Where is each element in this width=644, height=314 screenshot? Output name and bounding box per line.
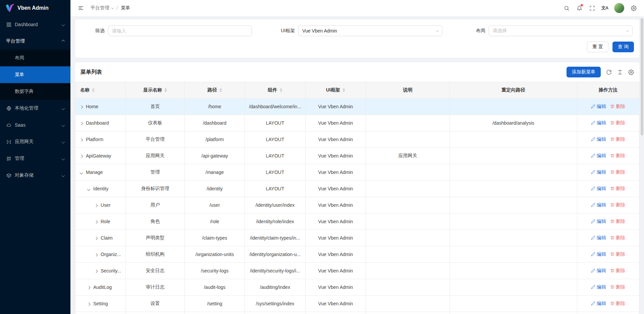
- col-header-name[interactable]: 名称: [75, 82, 126, 99]
- menu-fold-icon[interactable]: [75, 2, 87, 14]
- edit-link[interactable]: 编辑: [591, 120, 606, 126]
- chevron-down-icon: [62, 107, 65, 110]
- delete-link[interactable]: 删除: [610, 104, 625, 110]
- col-header-display-name[interactable]: 显示名称: [126, 82, 185, 99]
- row-height-icon[interactable]: [617, 69, 623, 75]
- edit-link[interactable]: 编辑: [591, 186, 606, 192]
- edit-link[interactable]: 编辑: [591, 153, 606, 159]
- cell-name: User: [75, 197, 126, 213]
- edit-link[interactable]: 编辑: [591, 301, 606, 307]
- notification-bell-icon[interactable]: [574, 2, 585, 14]
- collapse-row-icon[interactable]: [80, 170, 83, 175]
- table-row[interactable]: AuditLog 审计日志/audit-logs/auditing/indexV…: [75, 279, 639, 296]
- sidebar-item-saas[interactable]: Saas: [0, 117, 70, 133]
- expand-row-icon[interactable]: [80, 120, 83, 126]
- delete-link[interactable]: 删除: [610, 251, 625, 257]
- logo[interactable]: Vben Admin: [0, 0, 70, 16]
- sort-icon[interactable]: [92, 88, 95, 92]
- sidebar-item-dashboard[interactable]: Dashboard: [0, 16, 70, 33]
- table-row[interactable]: Security... 安全日志/security-logs/identity/…: [75, 263, 639, 279]
- table-row[interactable]: User 用户/user/identity/user/indexVue Vben…: [75, 197, 639, 213]
- sidebar-item-data-dictionary[interactable]: 数据字典: [0, 83, 70, 100]
- table-row[interactable]: Setting 设置/setting/sys/settings/indexVue…: [75, 296, 639, 312]
- search-icon[interactable]: [561, 2, 572, 14]
- table-row[interactable]: Organiz... 组织机构/organization-units/ident…: [75, 246, 639, 263]
- table-row[interactable]: Platform 平台管理/platformLAYOUTVue Vben Adm…: [75, 131, 639, 148]
- fullscreen-icon[interactable]: [586, 2, 598, 14]
- table-row[interactable]: ApiGateway 应用网关/api-gatewayLAYOUTVue Vbe…: [75, 148, 639, 164]
- vertical-scrollbar[interactable]: [641, 18, 643, 135]
- delete-link[interactable]: 删除: [610, 120, 625, 126]
- expand-row-icon[interactable]: [80, 137, 83, 142]
- delete-link[interactable]: 删除: [610, 284, 625, 290]
- expand-row-icon[interactable]: [80, 104, 83, 109]
- language-icon[interactable]: 文A: [599, 2, 610, 14]
- col-header-component[interactable]: 组件: [245, 82, 306, 99]
- cell-name: Security...: [75, 263, 126, 279]
- delete-link[interactable]: 删除: [610, 235, 625, 241]
- delete-link[interactable]: 删除: [610, 202, 625, 208]
- ui-framework-select[interactable]: Vue Vben Admin: [298, 25, 442, 36]
- expand-row-icon[interactable]: [95, 202, 97, 208]
- breadcrumb-label: 平台管理: [91, 5, 109, 11]
- delete-link[interactable]: 删除: [610, 268, 625, 274]
- expand-row-icon[interactable]: [95, 252, 97, 257]
- reset-button[interactable]: 重 置: [587, 42, 608, 52]
- sidebar-item-object-storage[interactable]: 对象存储: [0, 167, 70, 184]
- cell-actions: 编辑删除: [577, 164, 639, 181]
- table-row[interactable]: Manage 管理/manageLAYOUTVue Vben Admin 编辑删…: [75, 164, 639, 181]
- query-button[interactable]: 查 询: [612, 42, 634, 52]
- layout-select[interactable]: 请选择: [489, 25, 633, 36]
- delete-link[interactable]: 删除: [610, 301, 625, 307]
- collapse-row-icon[interactable]: [88, 186, 90, 191]
- refresh-icon[interactable]: [606, 69, 612, 75]
- settings-gear-icon[interactable]: [628, 2, 639, 14]
- table-row[interactable]: Role 角色/role/identity/role/indexVue Vben…: [75, 213, 639, 230]
- filter-input[interactable]: [112, 28, 248, 34]
- filter-panel: 筛选 UI框架 Vue Vben Admin 布局 请选择: [75, 19, 639, 58]
- edit-link[interactable]: 编辑: [591, 136, 606, 142]
- edit-link[interactable]: 编辑: [591, 235, 606, 241]
- sort-icon[interactable]: [164, 88, 167, 92]
- edit-link[interactable]: 编辑: [591, 284, 606, 290]
- sidebar-item-menu[interactable]: 菜单: [0, 66, 70, 83]
- cell-description: [366, 230, 450, 246]
- edit-link[interactable]: 编辑: [591, 169, 606, 175]
- sidebar-item-layout[interactable]: 布局: [0, 50, 70, 66]
- sidebar-item-api-gateway[interactable]: 应用网关: [0, 133, 70, 150]
- col-header-framework[interactable]: UI框架: [306, 82, 366, 99]
- expand-row-icon[interactable]: [88, 301, 90, 306]
- edit-link[interactable]: 编辑: [591, 104, 606, 110]
- edit-link[interactable]: 编辑: [591, 202, 606, 208]
- add-menu-button[interactable]: 添加新菜单: [567, 67, 601, 77]
- col-header-path[interactable]: 路径: [185, 82, 245, 99]
- delete-link[interactable]: 删除: [610, 153, 625, 159]
- delete-link[interactable]: 删除: [610, 186, 625, 192]
- cell-name: Platform: [75, 131, 126, 148]
- edit-link[interactable]: 编辑: [591, 268, 606, 274]
- breadcrumb-platform[interactable]: 平台管理: [91, 5, 113, 11]
- delete-link[interactable]: 删除: [610, 218, 625, 225]
- sort-icon[interactable]: [219, 88, 222, 92]
- expand-row-icon[interactable]: [80, 153, 83, 159]
- sort-icon[interactable]: [342, 88, 345, 92]
- sort-icon[interactable]: [280, 88, 282, 92]
- table-row[interactable]: Home 首页/home/dashboard/welcome/in...Vue …: [75, 99, 639, 115]
- column-settings-icon[interactable]: [628, 69, 634, 75]
- edit-link[interactable]: 编辑: [591, 218, 606, 225]
- table-row[interactable]: Claim 声明类型/claim-types/identity/claim-ty…: [75, 230, 639, 246]
- expand-row-icon[interactable]: [95, 219, 97, 224]
- sidebar-item-manage[interactable]: 管理: [0, 150, 70, 167]
- table-row[interactable]: Identity 身份标识管理/identityLAYOUTVue Vben A…: [75, 181, 639, 197]
- table-row[interactable]: Dashboard 仪表板/dashboardLAYOUTVue Vben Ad…: [75, 115, 639, 131]
- sidebar-item-platform[interactable]: 平台管理: [0, 33, 70, 50]
- delete-link[interactable]: 删除: [610, 136, 625, 142]
- breadcrumb-separator: /: [116, 5, 118, 11]
- expand-row-icon[interactable]: [95, 235, 97, 241]
- delete-link[interactable]: 删除: [610, 169, 625, 175]
- avatar[interactable]: [614, 3, 624, 13]
- sidebar-item-localization[interactable]: 本地化管理: [0, 100, 70, 117]
- edit-link[interactable]: 编辑: [591, 251, 606, 257]
- expand-row-icon[interactable]: [95, 268, 97, 273]
- expand-row-icon[interactable]: [88, 285, 90, 290]
